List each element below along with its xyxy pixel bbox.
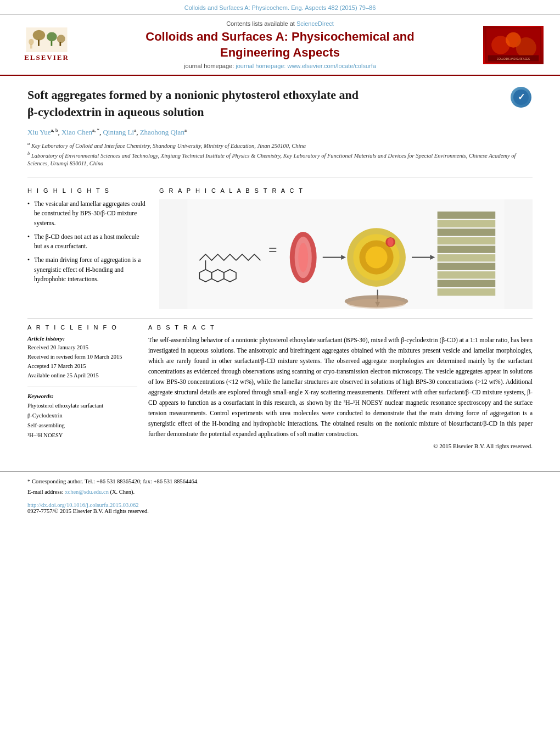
author-1-sup: a, b: [51, 127, 58, 133]
sciencedirect-availability: Contents lists available at ScienceDirec…: [82, 20, 478, 27]
author-3: Qintang Li: [103, 128, 134, 136]
article-info-title: A R T I C L E I N F O: [27, 324, 137, 331]
highlight-item-1: The vesicular and lamellar aggregates co…: [27, 199, 148, 228]
svg-rect-37: [438, 211, 496, 219]
highlight-item-3: The main driving force of aggregation is…: [27, 255, 148, 284]
svg-rect-38: [438, 220, 496, 227]
article-title: Soft aggregates formed by a nonionic phy…: [27, 87, 502, 121]
abstract-copyright: © 2015 Elsevier B.V. All rights reserved…: [148, 443, 533, 449]
svg-rect-43: [438, 263, 496, 270]
highlights-list: The vesicular and lamellar aggregates co…: [27, 199, 148, 284]
keyword-4: ¹H–¹H NOESY: [27, 431, 137, 440]
available-date: Available online 25 April 2015: [27, 371, 137, 381]
article-info-abstract-section: A R T I C L E I N F O Article history: R…: [27, 324, 533, 449]
abstract-column: A B S T R A C T The self-assembling beha…: [148, 324, 533, 449]
svg-text:COLLOIDS AND SURFACES: COLLOIDS AND SURFACES: [497, 57, 530, 60]
doi-link[interactable]: http://dx.doi.org/10.1016/j.colsurfa.201…: [27, 502, 139, 508]
email-line: E-mail address: xchen@sdu.edu.cn (X. Che…: [27, 488, 533, 497]
journal-header: ELSEVIER Contents lists available at Sci…: [0, 15, 560, 76]
elsevier-wordmark: ELSEVIER: [24, 53, 69, 62]
svg-rect-46: [438, 288, 496, 295]
accepted-date: Accepted 17 March 2015: [27, 362, 137, 371]
author-2: Xiao Chen: [61, 128, 92, 136]
svg-rect-39: [438, 229, 496, 236]
svg-rect-41: [438, 246, 496, 253]
affiliations: a Key Laboratory of Colloid and Interfac…: [27, 140, 533, 168]
divider-2: [27, 318, 533, 319]
journal-title: Colloids and Surfaces A: Physicochemical…: [82, 29, 478, 60]
abstract-title: A B S T R A C T: [148, 324, 533, 331]
article-info-column: A R T I C L E I N F O Article history: R…: [27, 324, 137, 449]
keyword-1: Phytosterol ethoxylate surfactant: [27, 401, 137, 411]
sciencedirect-link[interactable]: ScienceDirect: [296, 20, 334, 27]
elsevier-tree-icon: [25, 27, 69, 52]
received-date: Received 20 January 2015: [27, 343, 137, 353]
svg-point-32: [366, 247, 388, 269]
crossmark-badge[interactable]: ✓: [511, 87, 533, 109]
keywords-section: Keywords: Phytosterol ethoxylate surfact…: [27, 393, 137, 440]
svg-text:=: =: [268, 241, 277, 258]
highlights-column: H I G H L I G H T S The vesicular and la…: [27, 187, 148, 309]
footer-corresponding-note: * Corresponding author. Tel.: +86 531 88…: [0, 477, 560, 497]
keywords-label: Keywords:: [27, 393, 137, 399]
header-center: Contents lists available at ScienceDirec…: [82, 20, 478, 69]
author-4-sup: a: [184, 127, 187, 133]
issn-line: 0927-7757/© 2015 Elsevier B.V. All right…: [27, 508, 149, 514]
authors-line: Xiu Yuea, b, Xiao Chena, *, Qintang Lia,…: [27, 127, 533, 137]
corresponding-author-note: * Corresponding author. Tel.: +86 531 88…: [27, 477, 533, 487]
footer-divider: [0, 471, 560, 472]
divider-1: [27, 177, 533, 177]
journal-homepage-link[interactable]: journal homepage: www.elsevier.com/locat…: [236, 63, 376, 69]
highlight-item-2: The β-CD does not act as a host molecule…: [27, 232, 148, 252]
svg-rect-4: [38, 40, 40, 46]
svg-point-1: [33, 30, 46, 41]
main-content: Soft aggregates formed by a nonionic phy…: [0, 76, 560, 460]
email-note: (X. Chen).: [110, 489, 135, 495]
graphical-abstract-image: =: [159, 199, 533, 309]
email-label: E-mail address:: [27, 489, 64, 495]
svg-point-7: [29, 39, 33, 45]
affiliation-b: b Laboratory of Environmental Sciences a…: [27, 150, 533, 168]
svg-point-26: [298, 243, 308, 272]
svg-point-2: [47, 32, 57, 42]
author-2-sup: a, *: [92, 127, 99, 133]
abstract-text: The self-assembling behavior of a nonion…: [148, 335, 533, 439]
article-history: Article history: Received 20 January 201…: [27, 335, 137, 380]
svg-rect-44: [438, 271, 496, 278]
svg-text:✓: ✓: [518, 92, 525, 102]
page-wrapper: Colloids and Surfaces A: Physicochem. En…: [0, 0, 560, 742]
crossmark-icon[interactable]: ✓: [511, 87, 531, 108]
top-journal-bar: Colloids and Surfaces A: Physicochem. En…: [0, 0, 560, 15]
keyword-3: Self-assembling: [27, 421, 137, 431]
highlights-title: H I G H L I G H T S: [27, 187, 148, 194]
journal-homepage: journal homepage: journal homepage: www.…: [82, 63, 478, 69]
email-link[interactable]: xchen@sdu.edu.cn: [65, 489, 109, 495]
graphical-abstract-title: G R A P H I C A L A B S T R A C T: [159, 187, 533, 194]
article-title-section: Soft aggregates formed by a nonionic phy…: [27, 87, 533, 121]
header-right-image: COLLOIDS AND SURFACES: [478, 26, 549, 64]
keyword-2: β-Cyclodextrin: [27, 411, 137, 421]
svg-rect-40: [438, 237, 496, 244]
svg-point-50: [347, 299, 406, 309]
divider-keywords: [27, 387, 137, 387]
svg-point-34: [388, 238, 394, 247]
author-1: Xiu Yue: [27, 128, 51, 136]
svg-rect-42: [438, 254, 496, 261]
svg-point-3: [57, 35, 65, 43]
svg-rect-45: [438, 280, 496, 287]
keywords-list: Phytosterol ethoxylate surfactant β-Cycl…: [27, 401, 137, 440]
svg-rect-6: [59, 42, 61, 46]
highlights-graphical-section: H I G H L I G H T S The vesicular and la…: [27, 183, 533, 309]
revised-date: Received in revised form 10 March 2015: [27, 353, 137, 362]
journal-cover-image: COLLOIDS AND SURFACES: [483, 26, 544, 64]
journal-citation-link[interactable]: Colloids and Surfaces A: Physicochem. En…: [184, 4, 376, 11]
svg-rect-5: [51, 41, 53, 46]
graphical-abstract-column: G R A P H I C A L A B S T R A C T: [159, 187, 533, 309]
affiliation-a: a Key Laboratory of Colloid and Interfac…: [27, 140, 533, 150]
header-left-logo: ELSEVIER: [11, 26, 82, 64]
author-4: Zhaohong Qian: [140, 128, 184, 136]
svg-rect-8: [30, 44, 32, 49]
article-history-label: Article history:: [27, 335, 137, 342]
svg-point-13: [516, 37, 536, 58]
author-3-sup: a: [134, 127, 136, 133]
